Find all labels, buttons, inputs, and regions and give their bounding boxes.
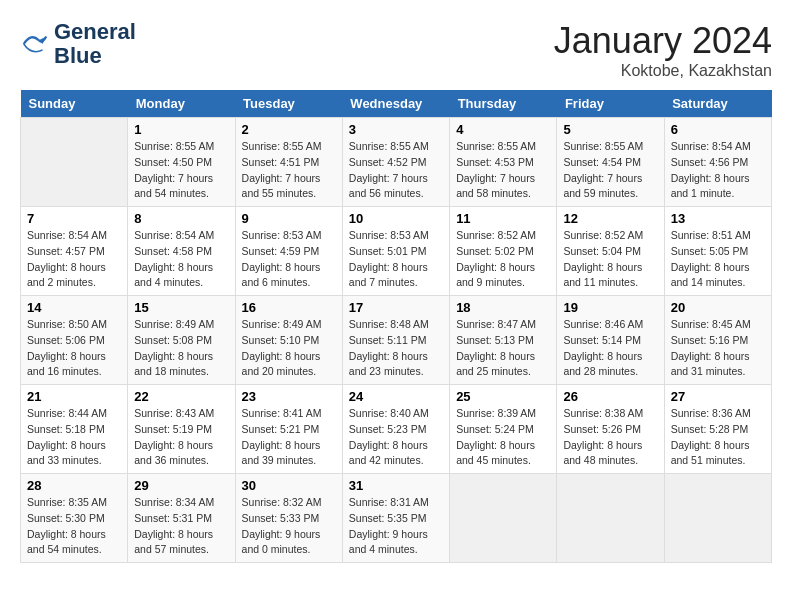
day-number: 3	[349, 122, 443, 137]
day-number: 1	[134, 122, 228, 137]
day-info: Sunrise: 8:31 AMSunset: 5:35 PMDaylight:…	[349, 495, 443, 558]
logo: General Blue	[20, 20, 136, 68]
day-info: Sunrise: 8:32 AMSunset: 5:33 PMDaylight:…	[242, 495, 336, 558]
calendar-cell: 7Sunrise: 8:54 AMSunset: 4:57 PMDaylight…	[21, 207, 128, 296]
header-row: SundayMondayTuesdayWednesdayThursdayFrid…	[21, 90, 772, 118]
day-number: 21	[27, 389, 121, 404]
col-header-monday: Monday	[128, 90, 235, 118]
day-number: 8	[134, 211, 228, 226]
logo-text: General Blue	[54, 20, 136, 68]
title-block: January 2024 Koktobe, Kazakhstan	[554, 20, 772, 80]
day-number: 28	[27, 478, 121, 493]
day-number: 11	[456, 211, 550, 226]
day-info: Sunrise: 8:54 AMSunset: 4:56 PMDaylight:…	[671, 139, 765, 202]
calendar-cell: 3Sunrise: 8:55 AMSunset: 4:52 PMDaylight…	[342, 118, 449, 207]
day-number: 20	[671, 300, 765, 315]
calendar-cell: 23Sunrise: 8:41 AMSunset: 5:21 PMDayligh…	[235, 385, 342, 474]
calendar-cell: 6Sunrise: 8:54 AMSunset: 4:56 PMDaylight…	[664, 118, 771, 207]
calendar-cell: 30Sunrise: 8:32 AMSunset: 5:33 PMDayligh…	[235, 474, 342, 563]
day-number: 5	[563, 122, 657, 137]
calendar-cell: 13Sunrise: 8:51 AMSunset: 5:05 PMDayligh…	[664, 207, 771, 296]
day-number: 9	[242, 211, 336, 226]
calendar-cell: 28Sunrise: 8:35 AMSunset: 5:30 PMDayligh…	[21, 474, 128, 563]
day-info: Sunrise: 8:49 AMSunset: 5:10 PMDaylight:…	[242, 317, 336, 380]
calendar-week-1: 1Sunrise: 8:55 AMSunset: 4:50 PMDaylight…	[21, 118, 772, 207]
day-number: 7	[27, 211, 121, 226]
day-info: Sunrise: 8:46 AMSunset: 5:14 PMDaylight:…	[563, 317, 657, 380]
day-info: Sunrise: 8:52 AMSunset: 5:02 PMDaylight:…	[456, 228, 550, 291]
calendar-cell: 17Sunrise: 8:48 AMSunset: 5:11 PMDayligh…	[342, 296, 449, 385]
col-header-tuesday: Tuesday	[235, 90, 342, 118]
day-number: 31	[349, 478, 443, 493]
calendar-table: SundayMondayTuesdayWednesdayThursdayFrid…	[20, 90, 772, 563]
calendar-cell: 29Sunrise: 8:34 AMSunset: 5:31 PMDayligh…	[128, 474, 235, 563]
day-number: 23	[242, 389, 336, 404]
day-info: Sunrise: 8:48 AMSunset: 5:11 PMDaylight:…	[349, 317, 443, 380]
col-header-saturday: Saturday	[664, 90, 771, 118]
calendar-cell: 31Sunrise: 8:31 AMSunset: 5:35 PMDayligh…	[342, 474, 449, 563]
day-info: Sunrise: 8:54 AMSunset: 4:58 PMDaylight:…	[134, 228, 228, 291]
calendar-cell: 24Sunrise: 8:40 AMSunset: 5:23 PMDayligh…	[342, 385, 449, 474]
col-header-sunday: Sunday	[21, 90, 128, 118]
day-number: 25	[456, 389, 550, 404]
calendar-week-3: 14Sunrise: 8:50 AMSunset: 5:06 PMDayligh…	[21, 296, 772, 385]
day-info: Sunrise: 8:55 AMSunset: 4:50 PMDaylight:…	[134, 139, 228, 202]
calendar-cell: 9Sunrise: 8:53 AMSunset: 4:59 PMDaylight…	[235, 207, 342, 296]
day-number: 17	[349, 300, 443, 315]
calendar-cell: 21Sunrise: 8:44 AMSunset: 5:18 PMDayligh…	[21, 385, 128, 474]
calendar-cell: 4Sunrise: 8:55 AMSunset: 4:53 PMDaylight…	[450, 118, 557, 207]
day-number: 24	[349, 389, 443, 404]
calendar-cell: 11Sunrise: 8:52 AMSunset: 5:02 PMDayligh…	[450, 207, 557, 296]
calendar-week-5: 28Sunrise: 8:35 AMSunset: 5:30 PMDayligh…	[21, 474, 772, 563]
day-info: Sunrise: 8:36 AMSunset: 5:28 PMDaylight:…	[671, 406, 765, 469]
col-header-friday: Friday	[557, 90, 664, 118]
day-number: 14	[27, 300, 121, 315]
day-number: 13	[671, 211, 765, 226]
calendar-cell: 5Sunrise: 8:55 AMSunset: 4:54 PMDaylight…	[557, 118, 664, 207]
day-info: Sunrise: 8:47 AMSunset: 5:13 PMDaylight:…	[456, 317, 550, 380]
calendar-cell	[450, 474, 557, 563]
day-info: Sunrise: 8:55 AMSunset: 4:52 PMDaylight:…	[349, 139, 443, 202]
col-header-thursday: Thursday	[450, 90, 557, 118]
calendar-cell: 27Sunrise: 8:36 AMSunset: 5:28 PMDayligh…	[664, 385, 771, 474]
day-info: Sunrise: 8:49 AMSunset: 5:08 PMDaylight:…	[134, 317, 228, 380]
col-header-wednesday: Wednesday	[342, 90, 449, 118]
day-info: Sunrise: 8:38 AMSunset: 5:26 PMDaylight:…	[563, 406, 657, 469]
calendar-cell: 14Sunrise: 8:50 AMSunset: 5:06 PMDayligh…	[21, 296, 128, 385]
day-number: 19	[563, 300, 657, 315]
day-number: 27	[671, 389, 765, 404]
calendar-cell	[557, 474, 664, 563]
day-info: Sunrise: 8:39 AMSunset: 5:24 PMDaylight:…	[456, 406, 550, 469]
day-info: Sunrise: 8:45 AMSunset: 5:16 PMDaylight:…	[671, 317, 765, 380]
calendar-week-2: 7Sunrise: 8:54 AMSunset: 4:57 PMDaylight…	[21, 207, 772, 296]
calendar-cell: 16Sunrise: 8:49 AMSunset: 5:10 PMDayligh…	[235, 296, 342, 385]
day-info: Sunrise: 8:50 AMSunset: 5:06 PMDaylight:…	[27, 317, 121, 380]
day-number: 4	[456, 122, 550, 137]
calendar-cell: 1Sunrise: 8:55 AMSunset: 4:50 PMDaylight…	[128, 118, 235, 207]
day-info: Sunrise: 8:55 AMSunset: 4:51 PMDaylight:…	[242, 139, 336, 202]
calendar-week-4: 21Sunrise: 8:44 AMSunset: 5:18 PMDayligh…	[21, 385, 772, 474]
calendar-cell: 18Sunrise: 8:47 AMSunset: 5:13 PMDayligh…	[450, 296, 557, 385]
calendar-cell	[21, 118, 128, 207]
day-info: Sunrise: 8:53 AMSunset: 5:01 PMDaylight:…	[349, 228, 443, 291]
day-info: Sunrise: 8:43 AMSunset: 5:19 PMDaylight:…	[134, 406, 228, 469]
logo-icon	[20, 29, 50, 59]
day-number: 30	[242, 478, 336, 493]
day-info: Sunrise: 8:40 AMSunset: 5:23 PMDaylight:…	[349, 406, 443, 469]
logo-line1: General	[54, 19, 136, 44]
day-info: Sunrise: 8:55 AMSunset: 4:54 PMDaylight:…	[563, 139, 657, 202]
logo-line2: Blue	[54, 43, 102, 68]
calendar-cell: 2Sunrise: 8:55 AMSunset: 4:51 PMDaylight…	[235, 118, 342, 207]
calendar-cell: 8Sunrise: 8:54 AMSunset: 4:58 PMDaylight…	[128, 207, 235, 296]
location: Koktobe, Kazakhstan	[554, 62, 772, 80]
day-info: Sunrise: 8:44 AMSunset: 5:18 PMDaylight:…	[27, 406, 121, 469]
day-info: Sunrise: 8:51 AMSunset: 5:05 PMDaylight:…	[671, 228, 765, 291]
calendar-cell: 19Sunrise: 8:46 AMSunset: 5:14 PMDayligh…	[557, 296, 664, 385]
calendar-cell: 22Sunrise: 8:43 AMSunset: 5:19 PMDayligh…	[128, 385, 235, 474]
day-number: 26	[563, 389, 657, 404]
page-header: General Blue January 2024 Koktobe, Kazak…	[20, 20, 772, 80]
day-number: 18	[456, 300, 550, 315]
day-number: 22	[134, 389, 228, 404]
day-number: 12	[563, 211, 657, 226]
month-title: January 2024	[554, 20, 772, 62]
